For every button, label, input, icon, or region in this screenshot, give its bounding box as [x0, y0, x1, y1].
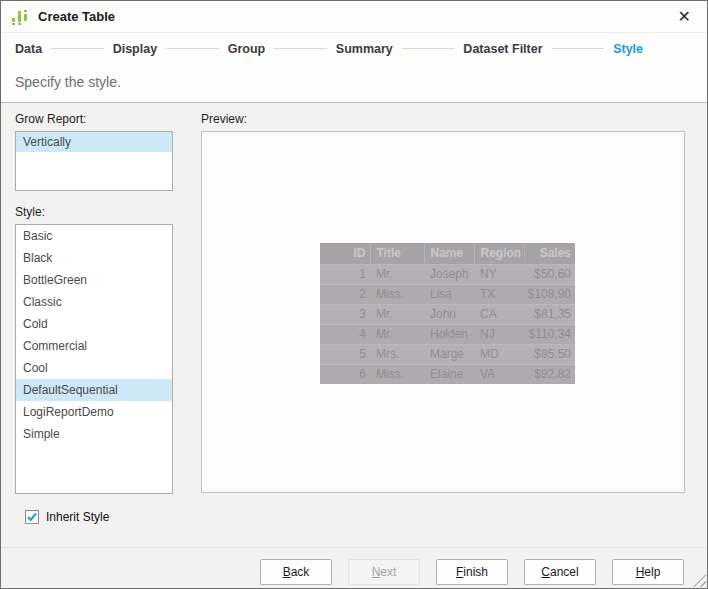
step-connector [552, 48, 605, 49]
preview-table-row: 3Mr.JohnCA$81,35 [320, 304, 575, 324]
preview-cell: VA [474, 364, 524, 384]
footer-button-bar: BackNextFinishCancelHelp [1, 547, 707, 589]
style-option-black[interactable]: Black [16, 247, 172, 269]
preview-cell: 5 [320, 344, 370, 364]
preview-cell: 2 [320, 284, 370, 304]
back-button[interactable]: Back [260, 559, 332, 585]
preview-cell: John [424, 304, 474, 324]
preview-cell: 1 [320, 264, 370, 284]
preview-cell: TX [474, 284, 524, 304]
preview-table-row: 1Mr.JosephNY$50,60 [320, 264, 575, 284]
preview-cell: Marge [424, 344, 474, 364]
preview-cell: 6 [320, 364, 370, 384]
step-connector [274, 48, 327, 49]
preview-panel: IDTitleNameRegionSales 1Mr.JosephNY$50,6… [201, 131, 685, 493]
preview-cell: 3 [320, 304, 370, 324]
preview-cell: $92.82 [524, 364, 575, 384]
preview-table-header-row: IDTitleNameRegionSales [320, 243, 575, 264]
preview-cell: Elaine [424, 364, 474, 384]
chart-bars-icon [11, 7, 30, 26]
dialog-title: Create Table [38, 9, 115, 24]
inherit-style-checkbox[interactable]: Inherit Style [25, 510, 173, 524]
checkbox-check-icon [25, 510, 39, 524]
style-option-cool[interactable]: Cool [16, 357, 172, 379]
preview-cell: 4 [320, 324, 370, 344]
preview-col-title: Title [370, 243, 424, 264]
style-option-basic[interactable]: Basic [16, 225, 172, 247]
step-display[interactable]: Display [113, 42, 157, 56]
preview-col-id: ID [320, 243, 370, 264]
preview-cell: Mr. [370, 324, 424, 344]
left-panel: Grow Report: Vertically Style: BasicBlac… [15, 112, 173, 547]
grow-report-label: Grow Report: [15, 112, 173, 126]
step-group[interactable]: Group [228, 42, 266, 56]
style-option-simple[interactable]: Simple [16, 423, 172, 445]
grow-report-option-vertically[interactable]: Vertically [16, 132, 172, 152]
preview-col-region: Region [474, 243, 524, 264]
style-option-cold[interactable]: Cold [16, 313, 172, 335]
step-dataset-filter[interactable]: Dataset Filter [463, 42, 542, 56]
preview-cell: $95.50 [524, 344, 575, 364]
finish-button[interactable]: Finish [436, 559, 508, 585]
style-option-bottlegreen[interactable]: BottleGreen [16, 269, 172, 291]
step-connector [51, 48, 104, 49]
preview-label: Preview: [201, 112, 685, 126]
style-label: Style: [15, 205, 173, 219]
preview-cell: NY [474, 264, 524, 284]
preview-table-row: 2Miss.LisaTX$108,90 [320, 284, 575, 304]
preview-cell: MD [474, 344, 524, 364]
preview-cell: CA [474, 304, 524, 324]
step-style[interactable]: Style [613, 42, 643, 56]
preview-cell: $81,35 [524, 304, 575, 324]
preview-cell: $110,34 [524, 324, 575, 344]
preview-cell: Holden [424, 324, 474, 344]
grow-report-listbox[interactable]: Vertically [15, 131, 173, 191]
preview-table: IDTitleNameRegionSales 1Mr.JosephNY$50,6… [320, 243, 575, 384]
wizard-step-nav: DataDisplayGroupSummaryDataset FilterSty… [1, 33, 707, 64]
inherit-style-label: Inherit Style [46, 510, 109, 524]
preview-cell: NJ [474, 324, 524, 344]
preview-table-row: 6Miss.ElaineVA$92.82 [320, 364, 575, 384]
style-option-classic[interactable]: Classic [16, 291, 172, 313]
step-connector [402, 48, 455, 49]
style-option-logireportdemo[interactable]: LogiReportDemo [16, 401, 172, 423]
preview-col-sales: Sales [524, 243, 575, 264]
help-button[interactable]: Help [612, 559, 684, 585]
right-panel: Preview: IDTitleNameRegionSales 1Mr.Jose… [201, 112, 685, 547]
preview-cell: $108,90 [524, 284, 575, 304]
preview-cell: Miss. [370, 364, 424, 384]
step-summary[interactable]: Summary [336, 42, 393, 56]
style-option-commercial[interactable]: Commercial [16, 335, 172, 357]
preview-cell: Mr. [370, 304, 424, 324]
title-bar: Create Table ✕ [1, 1, 707, 33]
preview-cell: Mrs. [370, 344, 424, 364]
style-option-defaultsequential[interactable]: DefaultSequential [16, 379, 172, 401]
next-button: Next [348, 559, 420, 585]
step-description: Specify the style. [1, 64, 707, 103]
cancel-button[interactable]: Cancel [524, 559, 596, 585]
dialog-body: Grow Report: Vertically Style: BasicBlac… [1, 103, 707, 547]
step-connector [166, 48, 219, 49]
step-data[interactable]: Data [15, 42, 42, 56]
preview-cell: Mr. [370, 264, 424, 284]
preview-cell: Lisa [424, 284, 474, 304]
close-icon[interactable]: ✕ [674, 7, 695, 27]
preview-cell: $50,60 [524, 264, 575, 284]
style-listbox[interactable]: BasicBlackBottleGreenClassicColdCommerci… [15, 224, 173, 494]
preview-table-row: 4Mr.HoldenNJ$110,34 [320, 324, 575, 344]
create-table-dialog: Create Table ✕ DataDisplayGroupSummaryDa… [0, 0, 708, 589]
preview-col-name: Name [424, 243, 474, 264]
preview-table-row: 5Mrs.MargeMD$95.50 [320, 344, 575, 364]
preview-cell: Joseph [424, 264, 474, 284]
preview-cell: Miss. [370, 284, 424, 304]
